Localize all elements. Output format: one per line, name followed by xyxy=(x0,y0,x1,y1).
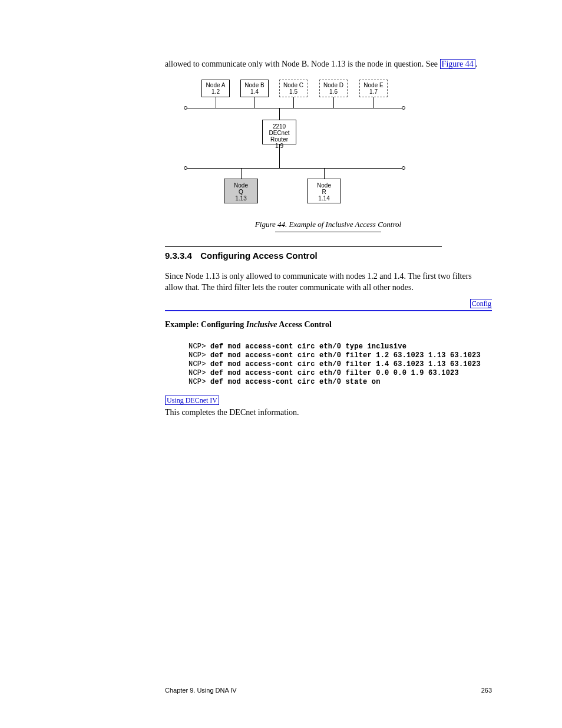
drop-c xyxy=(293,97,294,108)
code-prompt-1: NCP> xyxy=(189,351,210,360)
code-prompt-0: NCP> xyxy=(189,342,210,351)
bottom-bus xyxy=(187,168,402,169)
drop-e xyxy=(373,97,374,108)
code-cmd-1: def mod access-cont circ eth/0 filter 1.… xyxy=(210,351,481,360)
section-title: Configuring Access Control xyxy=(200,251,318,261)
example-title: Example: Configuring Inclusive Access Co… xyxy=(165,319,491,331)
code-prompt-4: NCP> xyxy=(189,378,210,386)
figure-ref-link[interactable]: Figure 44 xyxy=(440,59,475,69)
node-a-box: Node A1.2 xyxy=(201,80,230,97)
config-rule xyxy=(165,310,492,311)
example-title-em: Inclusive xyxy=(246,320,277,329)
drop-a xyxy=(216,97,216,108)
node-c-box: Node C1.5 xyxy=(279,80,308,97)
code-cmd-0: def mod access-cont circ eth/0 type incl… xyxy=(210,342,406,351)
example-title-b: Access Control xyxy=(279,320,332,329)
code-prompt-2: NCP> xyxy=(189,360,210,368)
ingress-paragraph: Since Node 1.13 is only allowed to commu… xyxy=(165,271,491,294)
example-title-a: Example: Configuring xyxy=(165,320,246,329)
intro-text-b: . xyxy=(475,60,478,68)
figure-caption: Figure 44. Example of Inclusive Access C… xyxy=(165,220,491,229)
config-separator: Config xyxy=(165,310,492,311)
drop-b xyxy=(254,97,255,108)
node-r-box: NodeR1.14 xyxy=(307,179,341,203)
section-number: 9.3.3.4 xyxy=(165,251,198,261)
footer-right: 263 xyxy=(481,687,492,694)
router-downlink xyxy=(279,144,280,168)
drop-q xyxy=(241,168,242,179)
top-bus xyxy=(187,108,402,108)
using-decnet-link[interactable]: Using DECnet IV xyxy=(165,396,491,405)
node-d-box: Node D1.6 xyxy=(319,80,348,97)
node-b-box: Node B1.4 xyxy=(240,80,269,97)
footer-left: Chapter 9. Using DNA IV xyxy=(165,687,237,694)
code-cmd-3: def mod access-cont circ eth/0 filter 0.… xyxy=(210,369,459,377)
outro-paragraph: This completes the DECnet information. xyxy=(165,407,491,419)
intro-paragraph: allowed to communicate only with Node B.… xyxy=(165,59,491,70)
intro-text-a: allowed to communicate only with Node B.… xyxy=(165,60,440,68)
drop-d xyxy=(333,97,334,108)
page-footer: Chapter 9. Using DNA IV 263 xyxy=(165,687,492,694)
router-box: 2210DECnetRouter1.9 xyxy=(262,120,296,144)
section-rule xyxy=(165,246,442,247)
code-cmd-4: def mod access-cont circ eth/0 state on xyxy=(210,378,381,386)
code-cmd-2: def mod access-cont circ eth/0 filter 1.… xyxy=(210,360,481,368)
node-q-box: NodeQ1.13 xyxy=(224,179,258,203)
config-link[interactable]: Config xyxy=(470,299,492,308)
code-prompt-3: NCP> xyxy=(189,369,210,377)
node-e-box: Node E1.7 xyxy=(359,80,388,97)
figure-caption-rule xyxy=(275,232,381,232)
figure-44-diagram: Node A1.2 Node B1.4 Node C1.5 Node D1.6 … xyxy=(183,80,412,215)
router-uplink xyxy=(279,108,280,120)
section-heading: 9.3.3.4 Configuring Access Control xyxy=(165,251,491,261)
code-block: NCP> def mod access-cont circ eth/0 type… xyxy=(189,342,491,387)
drop-r xyxy=(324,168,325,179)
